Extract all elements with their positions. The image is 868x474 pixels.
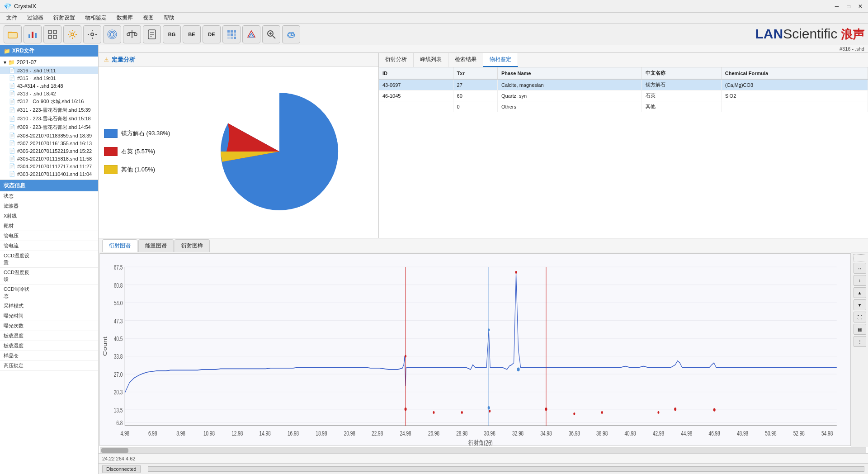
tree-file-308[interactable]: 📄 #308-20210701183859.shd 18:39 [0, 132, 98, 139]
main: 📁 XRD文件 ▾ 📁 2021-07 📄 #316 - .shd 19:11 … [0, 45, 868, 474]
col-txr: Txr [453, 67, 497, 79]
spectrum-scrollbar[interactable] [100, 447, 866, 453]
toolbar-fingerprint[interactable] [103, 25, 121, 43]
cell-id-calcite: 43-0697 [379, 79, 453, 90]
close-button[interactable]: ✕ [856, 2, 864, 10]
menu-phase-id[interactable]: 物相鉴定 [80, 13, 111, 23]
tree-folder-2021-07[interactable]: ▾ 📁 2021-07 [0, 58, 98, 66]
file-label-305: #305-20210701115818.shd 11:58 [17, 156, 92, 161]
tree-file-309[interactable]: 📄 #309 - 223-雪花石膏岩.shd 14:54 [0, 123, 98, 132]
minimize-button[interactable]: ─ [833, 2, 841, 10]
svg-point-100 [601, 411, 603, 414]
toolbar-grid[interactable] [43, 25, 61, 43]
toolbar-mountain[interactable] [242, 25, 260, 43]
svg-text:38.98: 38.98 [596, 430, 608, 437]
cell-formula-others [721, 101, 868, 112]
expand-right-btn[interactable]: ↔ [854, 263, 866, 274]
fullscreen-btn[interactable]: ⛶ [854, 312, 866, 322]
toolbar-chart[interactable] [24, 25, 42, 43]
folder-icon2: 📁 [8, 59, 15, 66]
tab-diffraction-pattern[interactable]: 衍射图样 [175, 239, 210, 252]
menu-filter[interactable]: 过滤器 [23, 13, 48, 23]
file-icon-310: 📄 [9, 116, 15, 122]
tree-file-305[interactable]: 📄 #305-20210701115818.shd 11:58 [0, 155, 98, 162]
col-chinese: 中文名称 [642, 67, 721, 79]
tree-file-313[interactable]: 📄 #313 - .shd 18:42 [0, 90, 98, 97]
tab-peak-list[interactable]: 峰线列表 [414, 53, 448, 67]
svg-text:32.98: 32.98 [512, 430, 524, 437]
tab-phase-id[interactable]: 物相鉴定 [483, 53, 518, 67]
toolbar-search-zoom[interactable] [262, 25, 280, 43]
cell-name-quartz: Quartz, syn [497, 90, 642, 101]
spectrum-body: 67.5 60.8 54.0 47.3 40.5 33.8 27.0 20.3 … [99, 252, 868, 447]
toolbar-cloud[interactable] [282, 25, 300, 43]
legend-color-calcite [104, 129, 118, 138]
progress-bar [148, 466, 864, 472]
toolbar-settings2[interactable] [83, 25, 101, 43]
table-row-others[interactable]: 0 Others 其他 [379, 101, 868, 112]
tree-file-312[interactable]: 📄 #312 - Co-900-水城.shd 16:16 [0, 97, 98, 106]
more-btn[interactable]: ⋮ [854, 336, 866, 347]
toolbar-be[interactable]: BE [183, 25, 201, 43]
legend-item-calcite: 镁方解石 (93.38%) [104, 129, 175, 138]
zoom-up-btn[interactable]: ▲ [854, 287, 866, 298]
tree-file-307[interactable]: 📄 #307-20210701161355.shd 16:13 [0, 139, 98, 147]
toolbar-balance[interactable] [123, 25, 141, 43]
menu-database[interactable]: 数据库 [112, 13, 137, 23]
menu-diffraction-settings[interactable]: 衍射设置 [49, 13, 80, 23]
window-controls: ─ □ ✕ [833, 2, 864, 10]
menu-view[interactable]: 视图 [138, 13, 158, 23]
tree-file-316[interactable]: 📄 #316 - .shd 19:11 [0, 66, 98, 74]
title-bar: 💎 CrystalX ─ □ ✕ [0, 0, 868, 13]
tab-energy-spectrum[interactable]: 能量图谱 [138, 239, 174, 252]
svg-text:42.98: 42.98 [653, 430, 664, 437]
tree-file-310[interactable]: 📄 #310 - 223-雪花石膏岩.shd 15:18 [0, 114, 98, 123]
tree-file-311[interactable]: 📄 #311 - 223-雪花石膏岩.shd 15:39 [0, 106, 98, 114]
menu-help[interactable]: 帮助 [159, 13, 179, 23]
file-tree[interactable]: ▾ 📁 2021-07 📄 #316 - .shd 19:11 📄 #315 -… [0, 57, 98, 180]
svg-text:10.98: 10.98 [203, 430, 215, 437]
tree-file-303[interactable]: 📄 #303-20210701110401.shd 11:04 [0, 170, 98, 178]
grid-btn[interactable]: ▦ [854, 324, 866, 335]
svg-point-102 [674, 408, 676, 411]
sidebar-header: 📁 XRD文件 [0, 45, 98, 57]
toolbar-de[interactable]: DE [203, 25, 221, 43]
maximize-button[interactable]: □ [844, 2, 853, 10]
toolbar-open[interactable] [4, 25, 22, 43]
toolbar-settings1[interactable] [63, 25, 81, 43]
zoom-down-btn[interactable]: ▼ [854, 299, 866, 310]
tab-search-results[interactable]: 检索结果 [448, 53, 483, 67]
toolbar-report[interactable] [143, 25, 161, 43]
collapse-btn[interactable]: ↕ [854, 275, 866, 286]
spectrum-right-controls: ↔ ↕ ▲ ▼ ⛶ ▦ ⋮ [851, 252, 868, 447]
svg-point-107 [488, 328, 490, 331]
svg-point-98 [545, 408, 547, 411]
svg-text:8.98: 8.98 [176, 430, 185, 437]
status-row-ccd-temp-set: CCD温度设置 [0, 251, 98, 268]
table-row-quartz[interactable]: 46-1045 60 Quartz, syn 石英 SiO2 [379, 90, 868, 101]
bottom-area: 衍射图谱 能量图谱 衍射图样 [99, 238, 868, 463]
tree-file-315[interactable]: 📄 #315 - .shd 19:01 [0, 74, 98, 82]
tab-diffraction-spectrum[interactable]: 衍射图谱 [102, 239, 137, 252]
tree-file-314[interactable]: 📄 43-#314 - .shd 18:48 [0, 82, 98, 90]
cell-id-quartz: 46-1045 [379, 90, 453, 101]
status-row-sample-mode: 采样模式 [0, 301, 98, 311]
cell-name-others: Others [497, 101, 642, 112]
status-row-voltage: 管电压 [0, 231, 98, 241]
svg-point-17 [127, 33, 130, 36]
tree-file-304[interactable]: 📄 #304-20210701112717.shd 11:27 [0, 162, 98, 170]
phase-table-wrap[interactable]: ID Txr Phase Name 中文名称 Chemical Formula … [379, 67, 868, 238]
menu-file[interactable]: 文件 [2, 13, 22, 23]
legend-label-calcite: 镁方解石 (93.38%) [121, 129, 170, 137]
svg-rect-9 [53, 35, 57, 38]
file-label-308: #308-20210701183859.shd 18:39 [17, 133, 92, 138]
file-sidebar: 📁 XRD文件 ▾ 📁 2021-07 📄 #316 - .shd 19:11 … [0, 45, 99, 180]
toolbar-matrix[interactable] [222, 25, 241, 43]
tab-diffraction-analysis[interactable]: 衍射分析 [379, 53, 414, 67]
file-icon-311: 📄 [9, 107, 15, 113]
toolbar-bg[interactable]: BG [163, 25, 181, 43]
status-row-exposure-time: 曝光时间 [0, 311, 98, 321]
svg-rect-29 [227, 37, 230, 39]
table-row-calcite[interactable]: 43-0697 27 Calcite, magnesian 镁方解石 (Ca,M… [379, 79, 868, 90]
tree-file-306[interactable]: 📄 #306-20210701152219.shd 15:22 [0, 147, 98, 155]
